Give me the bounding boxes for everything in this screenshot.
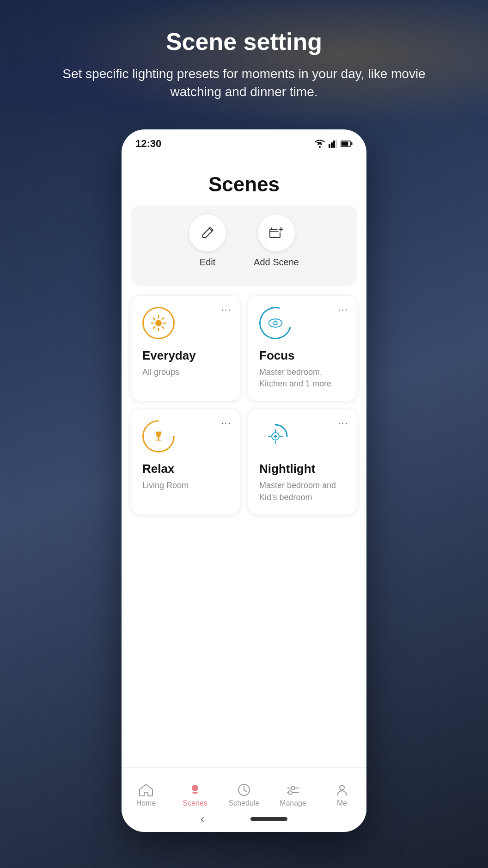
nav-schedule[interactable]: Schedule [220, 783, 268, 807]
svg-rect-3 [336, 140, 337, 148]
edit-circle[interactable] [189, 214, 226, 251]
relax-icon [136, 414, 182, 459]
svg-line-21 [162, 318, 164, 320]
signal-icon [329, 140, 337, 148]
svg-point-25 [274, 322, 276, 324]
svg-line-39 [244, 790, 247, 792]
scenes-grid: ··· Everyday All groups ··· [122, 286, 366, 524]
phone-mockup: 12:30 Scenes [122, 129, 366, 832]
scene-card-focus[interactable]: ··· Focus Master bedroom, Kitchen and 1 … [248, 295, 357, 401]
nav-manage[interactable]: Manage [268, 783, 317, 807]
svg-line-22 [153, 327, 155, 329]
everyday-menu[interactable]: ··· [221, 304, 232, 315]
scene-card-everyday[interactable]: ··· Everyday All groups [131, 295, 240, 401]
svg-point-43 [288, 791, 292, 795]
everyday-icon [142, 307, 175, 339]
svg-line-20 [162, 327, 164, 329]
nav-scenes[interactable]: Scenes [171, 783, 220, 807]
page-subtitle: Set specific lighting presets for moment… [0, 65, 488, 101]
add-scene-icon [268, 226, 285, 240]
nightlight-name: Nightlight [259, 462, 346, 476]
focus-icon [253, 301, 298, 345]
scene-card-nightlight[interactable]: ··· Nightlight Master bedroom and Kid's … [248, 409, 357, 514]
svg-line-19 [153, 318, 155, 320]
svg-point-40 [291, 786, 295, 790]
gesture-bar: ‹ [122, 810, 366, 828]
svg-rect-1 [331, 142, 333, 148]
focus-name: Focus [259, 348, 346, 363]
svg-point-36 [192, 785, 198, 791]
battery-icon [341, 141, 353, 147]
schedule-nav-icon [238, 783, 250, 796]
svg-point-31 [274, 435, 277, 438]
app-title: Scenes [122, 154, 366, 205]
svg-point-46 [340, 785, 344, 790]
relax-menu[interactable]: ··· [221, 417, 232, 428]
svg-rect-6 [351, 142, 353, 145]
pencil-icon [200, 226, 215, 240]
header-section: Scene setting Set specific lighting pres… [0, 0, 488, 101]
svg-rect-0 [329, 144, 330, 148]
nav-me[interactable]: Me [317, 783, 366, 807]
relax-desc: Living Room [142, 480, 229, 491]
back-button[interactable]: ‹ [201, 813, 204, 825]
add-scene-circle[interactable] [258, 214, 295, 251]
svg-point-14 [155, 320, 162, 326]
everyday-name: Everyday [142, 348, 229, 363]
svg-rect-2 [333, 141, 335, 148]
edit-action[interactable]: Edit [189, 214, 226, 268]
nav-me-label: Me [337, 799, 347, 807]
nightlight-desc: Master bedroom and Kid's bedroom [259, 480, 346, 503]
svg-marker-27 [155, 432, 162, 437]
add-scene-action[interactable]: Add Scene [254, 214, 299, 268]
relax-name: Relax [142, 462, 229, 476]
home-nav-icon [139, 783, 153, 796]
me-nav-icon [336, 783, 348, 796]
svg-rect-5 [342, 142, 348, 146]
page-title: Scene setting [0, 28, 488, 55]
nav-scenes-label: Scenes [183, 799, 207, 807]
action-row: Edit Add Scene [131, 205, 357, 286]
add-scene-label: Add Scene [254, 257, 299, 268]
nav-manage-label: Manage [280, 799, 306, 807]
wifi-icon [315, 140, 325, 148]
manage-nav-icon [286, 783, 300, 796]
home-gesture-pill[interactable] [250, 817, 287, 821]
nav-home-label: Home [136, 799, 156, 807]
status-bar: 12:30 [122, 129, 366, 154]
status-time: 12:30 [135, 138, 161, 150]
nav-schedule-label: Schedule [229, 799, 260, 807]
scene-card-relax[interactable]: ··· Relax Living Room [131, 409, 240, 514]
focus-menu[interactable]: ··· [338, 304, 348, 315]
nightlight-icon [259, 420, 292, 452]
nightlight-menu[interactable]: ··· [338, 417, 348, 428]
everyday-desc: All groups [142, 367, 229, 378]
edit-label: Edit [200, 257, 215, 268]
focus-desc: Master bedroom, Kitchen and 1 more [259, 367, 346, 390]
nav-home[interactable]: Home [122, 783, 171, 807]
status-icons [315, 140, 353, 148]
scenes-nav-icon [188, 783, 202, 796]
